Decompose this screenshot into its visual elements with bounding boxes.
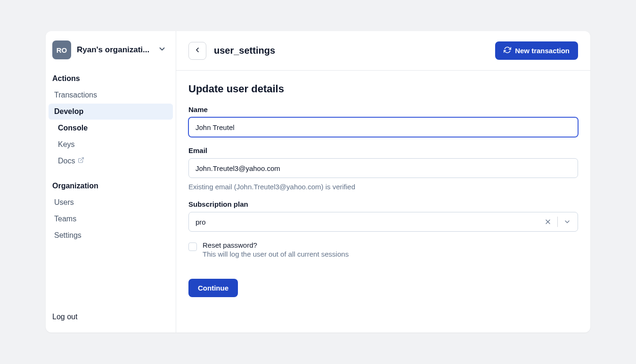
plan-label: Subscription plan [188, 200, 578, 208]
clear-icon[interactable] [541, 215, 554, 228]
plan-select[interactable]: pro [188, 212, 578, 232]
sidebar-item-keys[interactable]: Keys [49, 137, 173, 153]
app-container: RO Ryan's organizati... Actions Transact… [46, 31, 590, 332]
reset-password-label: Reset password? [203, 241, 349, 249]
nav-heading-actions: Actions [49, 69, 173, 87]
sidebar-item-console[interactable]: Console [49, 120, 173, 136]
external-link-icon [78, 157, 84, 165]
form-group-name: Name [188, 105, 578, 137]
reset-password-desc: This will log the user out of all curren… [203, 250, 349, 258]
select-controls [541, 215, 574, 228]
chevron-down-icon [158, 45, 166, 55]
continue-button[interactable]: Continue [188, 279, 238, 297]
email-input[interactable] [188, 158, 578, 178]
org-name: Ryan's organizati... [77, 45, 152, 55]
form-group-email: Email Existing email (John.Treutel3@yaho… [188, 146, 578, 191]
topbar: user_settings New transaction [176, 31, 590, 71]
name-label: Name [188, 105, 578, 113]
new-transaction-button[interactable]: New transaction [495, 41, 578, 60]
logout-link[interactable]: Log out [52, 313, 169, 321]
sidebar-footer: Log out [49, 308, 173, 326]
main: user_settings New transaction Update use… [176, 31, 590, 332]
email-label: Email [188, 146, 578, 154]
page-title: user_settings [214, 45, 275, 56]
form-group-reset: Reset password? This will log the user o… [188, 241, 578, 258]
name-input[interactable] [188, 117, 578, 137]
sidebar: RO Ryan's organizati... Actions Transact… [46, 31, 176, 332]
nav-heading-organization: Organization [49, 176, 173, 194]
nav-section-organization: Organization Users Teams Settings [49, 176, 173, 244]
select-divider [557, 217, 558, 227]
sidebar-item-label: Docs [58, 157, 75, 165]
sidebar-item-teams[interactable]: Teams [49, 211, 173, 227]
back-button[interactable] [188, 42, 206, 60]
email-helper: Existing email (John.Treutel3@yahoo.com)… [188, 183, 578, 191]
svg-line-0 [81, 158, 83, 161]
form-title: Update user details [188, 83, 578, 95]
reset-password-checkbox[interactable] [188, 243, 197, 251]
content: Update user details Name Email Existing … [176, 71, 590, 309]
sidebar-item-docs[interactable]: Docs [49, 153, 173, 169]
org-switcher[interactable]: RO Ryan's organizati... [49, 38, 173, 62]
form-group-plan: Subscription plan pro [188, 200, 578, 232]
refresh-icon [504, 46, 511, 55]
new-transaction-label: New transaction [515, 47, 570, 55]
org-avatar: RO [52, 40, 71, 59]
sidebar-item-users[interactable]: Users [49, 194, 173, 210]
plan-value: pro [196, 218, 541, 226]
sidebar-item-transactions[interactable]: Transactions [49, 87, 173, 103]
chevron-left-icon [194, 46, 201, 55]
nav-section-actions: Actions Transactions Develop Console Key… [49, 69, 173, 170]
sidebar-item-settings[interactable]: Settings [49, 227, 173, 243]
sidebar-item-develop[interactable]: Develop [49, 104, 173, 120]
chevron-down-icon[interactable] [561, 215, 574, 228]
topbar-left: user_settings [188, 42, 275, 60]
